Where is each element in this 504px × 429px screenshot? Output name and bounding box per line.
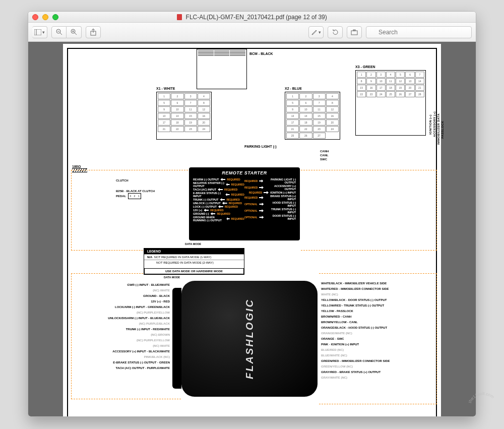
legend-header: LEGEND [144, 249, 244, 254]
svg-line-3 [60, 33, 62, 35]
legend-box: LEGEND N/A NOT REQUIRED IN DATA MODE (1-… [144, 248, 244, 275]
connector-bcm [197, 49, 247, 89]
harness-left-upper [71, 170, 188, 251]
connector-x3: 1234567891011121314151617181920212223242… [355, 70, 426, 136]
flashlogic-logo: FLASHLOGIC [244, 298, 256, 379]
zoom-in-button[interactable] [67, 26, 82, 38]
clutch-label: CLUTCH [116, 179, 129, 182]
remote-starter-module: REMOTE STARTER REARM (-) OUTPUTREQUIREDN… [189, 167, 300, 240]
pdf-viewer-window: FLC-AL(DL)-GM7-EN_20170421.pdf (page 12 … [28, 11, 476, 417]
label-x3: X3 - GREEN [355, 65, 375, 69]
pdf-file-icon [177, 14, 182, 20]
titlebar: FLC-AL(DL)-GM7-EN_20170421.pdf (page 12 … [28, 12, 476, 23]
label-parklight: PARKING LIGHT (-) [244, 145, 277, 148]
svg-rect-0 [34, 29, 41, 35]
label-x1: X1 - WHITE [156, 87, 175, 90]
document-viewport[interactable]: BCM - BLACK 1234567891011121314151617181… [28, 42, 476, 416]
resistor-label: 180Ω [72, 165, 87, 173]
window-title-text: FLC-AL(DL)-GM7-EN_20170421.pdf (page 12 … [186, 14, 327, 21]
zoom-icon[interactable] [52, 14, 58, 20]
right-wire-labels: WHITE/BLACK - IMMOBILIZER VEHICLE SIDEWH… [321, 281, 390, 381]
minimize-icon[interactable] [42, 14, 48, 20]
connector-x1: 123456789101112131415161718192021222324 [156, 92, 212, 140]
legend-use-mode: USE DATA MODE OR HARDWIRE MODE [144, 268, 244, 274]
svg-line-6 [75, 33, 77, 35]
label-immobilizer: IMMOBILIZER DATA [437, 113, 440, 145]
share-icon [90, 29, 96, 36]
annotate-button[interactable]: ▾ [308, 26, 324, 38]
data-mode-bottom: DATA MODE [164, 276, 180, 279]
pdf-page: BCM - BLACK 1234567891011121314151617181… [63, 44, 441, 416]
toolbox-icon [351, 29, 358, 35]
label-accessory: ACCESSORY (+) [433, 111, 436, 137]
b25b-label: B25B - BLACK AT CLUTCH PEDAL [116, 189, 164, 199]
pencil-icon [311, 29, 318, 35]
search-input[interactable] [366, 26, 472, 38]
rotate-icon [332, 29, 339, 35]
window-title: FLC-AL(DL)-GM7-EN_20170421.pdf (page 12 … [28, 14, 476, 21]
connector-x2: 1234567891011121314151617181920212223242… [285, 92, 340, 140]
zoom-in-icon [71, 29, 77, 35]
harness-right-upper [301, 170, 437, 251]
remote-starter-title: REMOTE STARTER [193, 170, 296, 175]
label-canl: CANL [320, 154, 329, 157]
zoom-out-button[interactable] [51, 26, 67, 38]
close-icon[interactable] [32, 14, 38, 20]
label-ignition: IGNITION (+) [429, 115, 432, 135]
label-swc: SWC [320, 158, 327, 161]
zoom-out-icon [56, 29, 62, 35]
label-passlock: PASSLOCK [441, 121, 444, 139]
flashlogic-module: FLASHLOGIC [181, 281, 318, 397]
share-button[interactable] [86, 26, 101, 38]
label-bcm: BCM - BLACK [249, 52, 273, 55]
left-wire-labels: GWR (-) INPUT - BLUE/WHITE(NC) WHITEGROU… [108, 282, 170, 371]
markup-button[interactable] [347, 26, 362, 38]
toolbar: ▾ ▾ [28, 23, 476, 42]
data-mode-left: DATA MODE [185, 242, 201, 246]
svg-text:the12volt.com: the12volt.com [467, 391, 495, 404]
sidebar-toggle-button[interactable]: ▾ [32, 26, 47, 38]
svg-rect-12 [353, 30, 355, 31]
rotate-button[interactable] [328, 26, 343, 38]
label-canh: CANH [320, 150, 329, 153]
svg-rect-11 [351, 31, 357, 35]
source-watermark: the12volt.com [466, 391, 501, 426]
wiring-diagram: BCM - BLACK 1234567891011121314151617181… [67, 48, 437, 416]
label-x2: X2 - BLUE [285, 87, 302, 90]
